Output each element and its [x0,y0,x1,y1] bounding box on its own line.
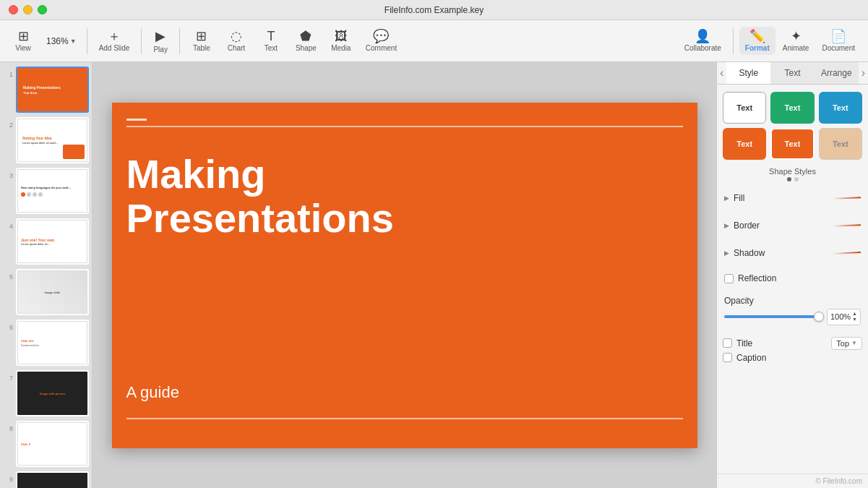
view-button[interactable]: ⊞ View [7,27,39,55]
slide-number-8: 8 [3,421,13,432]
title-position-dropdown[interactable]: Top ▼ [831,337,862,350]
slide-panel[interactable]: 1 Making Presentations That Stick 2 Sett… [0,62,93,488]
tab-text[interactable]: Text [770,62,815,84]
table-icon: ⊞ [196,30,207,43]
slide-number-3: 3 [3,168,13,179]
shape-icon: ⬟ [300,30,311,43]
style-dot-1[interactable] [787,177,791,181]
slide-thumb-4[interactable]: Just one! Your own. Lorem ipsum dolor si… [16,218,89,265]
chart-icon: ◌ [231,30,242,43]
add-slide-button[interactable]: ＋ Add Slide [93,27,136,55]
shadow-row[interactable]: ▶ Shadow [723,242,862,264]
media-button[interactable]: 🖼 Media [325,27,357,55]
collaborate-button[interactable]: 👤 Collaborate [679,27,727,55]
tab-arrange[interactable]: Arrange [815,62,859,84]
fill-expand-icon: ▶ [724,194,729,202]
shape-styles-label: Shape Styles [723,167,862,176]
reflection-label: Reflection [738,273,776,283]
chart-label: Chart [228,44,245,52]
caption-label: Caption [736,353,862,363]
opacity-slider[interactable] [724,315,822,318]
play-button[interactable]: ▶ Play [147,25,173,56]
close-button[interactable] [9,5,18,14]
maximize-button[interactable] [38,5,47,14]
panel-next-button[interactable]: › [859,65,868,81]
slide-thumb-9[interactable]: Image slide [16,471,89,488]
document-button[interactable]: 📄 Document [816,27,861,55]
style-dot-2[interactable] [794,177,799,181]
style-dots [723,177,862,181]
reflection-row: Reflection [723,270,862,287]
style-box-3-label: Text [833,103,848,112]
shadow-expand-icon: ▶ [724,249,729,257]
animate-icon: ✦ [791,30,802,43]
table-button[interactable]: ⊞ Table [186,27,218,55]
opacity-controls: 100% ▲ ▼ [724,309,861,325]
style-box-5-label: Text [785,140,801,148]
format-button[interactable]: ✏️ Format [739,27,775,55]
chart-button[interactable]: ◌ Chart [220,27,252,55]
slide-thumb-5[interactable]: Image slide [16,269,89,315]
slide-thumb-3[interactable]: How many languages do you need... [16,168,89,214]
slide-thumb-7[interactable]: Image with person [16,370,89,416]
style-box-1-label: Text [736,103,752,112]
style-box-2[interactable]: Text [770,92,814,124]
title-row: Title Top ▼ [723,337,862,350]
caption-checkbox[interactable] [723,353,732,362]
title-position-value: Top [836,339,849,348]
shape-styles-section: Shape Styles [723,166,862,181]
opacity-stepper: ▲ ▼ [852,311,857,323]
style-box-6-label: Text [833,140,848,148]
slide-number-5: 5 [3,269,13,281]
toolbar-separator-2 [141,28,142,54]
animate-button[interactable]: ✦ Animate [777,27,815,55]
panel-prev-button[interactable]: ‹ [717,65,726,81]
slide-thumb-8[interactable]: Slide 8 [16,421,89,467]
opacity-increment-button[interactable]: ▲ [852,311,857,317]
toolbar-separator-3 [179,28,180,54]
title-checkbox[interactable] [723,338,732,348]
minimize-button[interactable] [23,5,33,14]
fill-label: Fill [734,193,744,203]
fill-preview [825,191,861,205]
opacity-slider-fill [724,315,822,318]
slide-number-6: 6 [3,320,13,331]
view-label: View [15,44,31,52]
title-bar: FileInfo.com Example.key [0,0,868,20]
slide-thumb-6[interactable]: Slide title Content text here [16,320,89,366]
slide-thumb-1[interactable]: Making Presentations That Stick [16,67,89,113]
shape-button[interactable]: ⬟ Shape [290,27,322,55]
opacity-decrement-button[interactable]: ▼ [852,317,857,322]
style-box-6[interactable]: Text [819,128,862,160]
opacity-value: 100% ▲ ▼ [827,309,861,325]
zoom-control[interactable]: 136% ▼ [42,33,81,49]
fill-preview-line [832,197,861,199]
window-controls [9,5,47,14]
border-preview [825,218,861,233]
slide-thumb-2[interactable]: Setting Your Idea Lorem ipsum dolor sit … [16,117,89,163]
style-box-1[interactable]: Text [723,92,766,124]
table-label: Table [193,44,210,52]
shadow-preview [825,246,861,260]
slide-line-top [126,126,683,127]
comment-label: Comment [366,44,397,52]
slide-number-7: 7 [3,370,13,382]
fill-row[interactable]: ▶ Fill [723,187,862,209]
slide-dash [126,119,147,121]
comment-button[interactable]: 💬 Comment [360,27,403,55]
slide-row-7: 7 Image with person [3,370,89,416]
style-box-3[interactable]: Text [819,92,862,124]
style-box-4[interactable]: Text [723,128,766,160]
opacity-thumb[interactable] [814,312,824,322]
slide-row-9: 9 Image slide [3,471,89,488]
media-icon: 🖼 [335,30,348,43]
slide-canvas[interactable]: Making Presentations A guide [112,103,697,448]
border-preview-line [832,225,861,227]
right-panel: ‹ Style Text Arrange › Text Text Text [716,62,868,488]
text-button[interactable]: T Text [255,27,287,55]
tab-style[interactable]: Style [726,62,770,84]
slide-row-2: 2 Setting Your Idea Lorem ipsum dolor si… [3,117,89,163]
style-box-5[interactable]: Text [770,128,814,160]
reflection-checkbox[interactable] [724,274,734,283]
border-row[interactable]: ▶ Border [723,215,862,236]
